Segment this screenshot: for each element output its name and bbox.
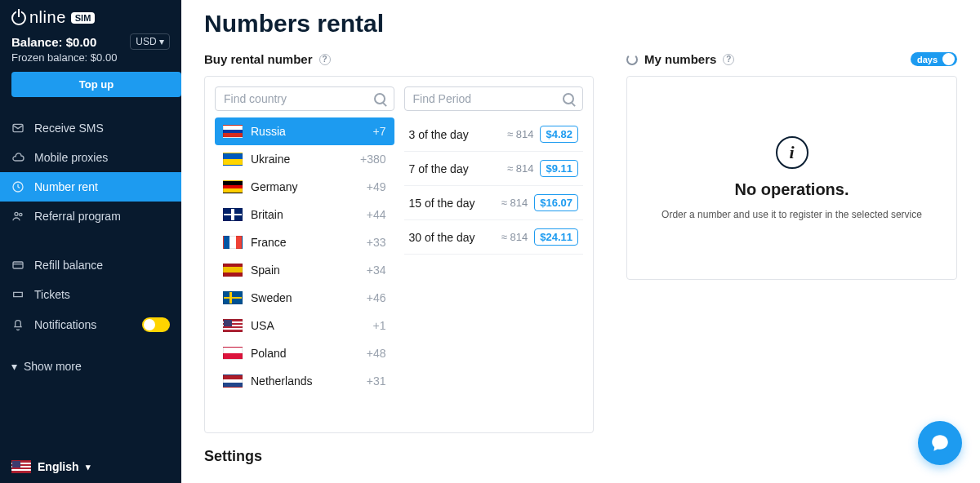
country-list[interactable]: Russia+7Ukraine+380Germany+49Britain+44F… [215, 117, 394, 423]
buy-panel: Russia+7Ukraine+380Germany+49Britain+44F… [204, 76, 594, 433]
period-label: 3 of the day [409, 128, 469, 141]
country-item-britain[interactable]: Britain+44 [215, 201, 394, 228]
country-item-spain[interactable]: Spain+34 [215, 256, 394, 284]
flag-icon [223, 264, 243, 277]
my-numbers-panel: i No operations. Order a number and use … [626, 76, 957, 280]
topup-button[interactable]: Top up [11, 72, 181, 97]
nav-item-mobile-proxies[interactable]: Mobile proxies [0, 143, 181, 172]
period-item[interactable]: 30 of the day≈ 814$24.11 [404, 220, 584, 255]
period-label: 15 of the day [409, 197, 475, 210]
period-label: 30 of the day [409, 231, 475, 244]
country-item-netherlands[interactable]: Netherlands+31 [215, 367, 394, 395]
country-code: +7 [373, 125, 386, 138]
flag-icon [223, 153, 243, 166]
bell-icon [11, 318, 24, 331]
country-item-poland[interactable]: Poland+48 [215, 339, 394, 367]
country-name: USA [251, 319, 274, 332]
chat-button[interactable] [918, 421, 962, 465]
country-name: Spain [251, 264, 280, 277]
country-item-france[interactable]: France+33 [215, 228, 394, 256]
info-icon: i [776, 136, 808, 169]
chevron-down-icon: ▾ [11, 360, 17, 373]
period-item[interactable]: 3 of the day≈ 814$4.82 [404, 117, 584, 152]
toggle-knob [942, 53, 955, 65]
page-title: Numbers rental [204, 10, 957, 38]
period-item[interactable]: 7 of the day≈ 814$9.11 [404, 152, 584, 186]
country-item-sweden[interactable]: Sweden+46 [215, 284, 394, 312]
empty-subtitle: Order a number and use it to register in… [662, 209, 922, 220]
country-code: +48 [367, 347, 386, 360]
period-item[interactable]: 15 of the day≈ 814$16.07 [404, 186, 584, 220]
country-name: Britain [251, 208, 283, 221]
currency-select[interactable]: USD ▾ [130, 33, 170, 50]
period-search[interactable] [404, 86, 584, 111]
nav-item-label: Number rent [34, 180, 98, 193]
logo[interactable]: nline SIM [0, 0, 181, 33]
country-code: +34 [367, 264, 386, 277]
empty-title: No operations. [734, 180, 849, 199]
flag-icon [223, 180, 243, 193]
nav-secondary: Refill balanceTicketsNotifications [0, 250, 181, 340]
days-toggle[interactable]: days [911, 52, 957, 66]
country-code: +46 [367, 291, 386, 304]
nav-item-number-rent[interactable]: Number rent [0, 172, 181, 202]
country-code: +49 [367, 180, 386, 193]
flag-icon [223, 319, 243, 332]
country-item-germany[interactable]: Germany+49 [215, 173, 394, 201]
settings-heading: Settings [204, 448, 594, 465]
flag-icon [223, 236, 243, 249]
nav-item-label: Refill balance [34, 259, 103, 272]
period-search-input[interactable] [413, 92, 564, 105]
nav-item-referral-program[interactable]: Referral program [0, 202, 181, 231]
logo-text: nline [29, 8, 66, 27]
flag-icon [223, 374, 243, 388]
language-select[interactable]: English ▾ [0, 450, 181, 483]
country-search[interactable] [215, 86, 394, 111]
mail-icon [11, 122, 24, 135]
notifications-toggle[interactable] [142, 317, 170, 332]
country-item-russia[interactable]: Russia+7 [215, 117, 394, 145]
my-numbers-header: My numbers ? days [626, 52, 957, 66]
clock-icon [11, 180, 24, 193]
period-approx: ≈ 814 [501, 231, 528, 243]
country-name: Netherlands [251, 374, 313, 388]
nav-item-label: Tickets [34, 288, 70, 301]
country-item-ukraine[interactable]: Ukraine+380 [215, 145, 394, 173]
card-icon [11, 259, 24, 272]
nav-item-notifications[interactable]: Notifications [0, 309, 181, 340]
svg-point-3 [20, 213, 22, 215]
country-name: France [251, 236, 287, 249]
flag-icon [11, 460, 31, 473]
sidebar: nline SIM Balance: $0.00 USD ▾ Frozen ba… [0, 0, 181, 483]
nav-main: Receive SMSMobile proxiesNumber rentRefe… [0, 113, 181, 231]
svg-rect-4 [13, 262, 23, 268]
nav-item-receive-sms[interactable]: Receive SMS [0, 113, 181, 143]
period-list: 3 of the day≈ 814$4.827 of the day≈ 814$… [404, 117, 584, 255]
nav-item-label: Receive SMS [34, 122, 104, 135]
help-icon[interactable]: ? [319, 54, 331, 65]
period-price: $24.11 [534, 228, 578, 246]
country-item-usa[interactable]: USA+1 [215, 312, 394, 339]
nav-item-refill-balance[interactable]: Refill balance [0, 250, 181, 280]
country-code: +380 [360, 153, 386, 166]
country-name: Poland [251, 347, 287, 360]
help-icon[interactable]: ? [723, 54, 734, 65]
search-icon [563, 93, 574, 104]
svg-point-2 [15, 212, 18, 215]
show-more[interactable]: ▾ Show more [0, 350, 181, 383]
period-approx: ≈ 814 [507, 162, 533, 175]
nav-item-tickets[interactable]: Tickets [0, 280, 181, 309]
nav-item-label: Notifications [34, 318, 96, 331]
frozen-balance: Frozen balance: $0.00 [0, 50, 181, 72]
buy-section-header: Buy rental number ? [204, 52, 594, 66]
flag-icon [223, 208, 243, 221]
country-name: Russia [251, 125, 286, 138]
flag-icon [223, 347, 243, 360]
balance-label: Balance: $0.00 [11, 35, 96, 49]
country-search-input[interactable] [224, 92, 374, 105]
refresh-icon[interactable] [626, 54, 638, 65]
country-code: +33 [367, 236, 386, 249]
period-approx: ≈ 814 [507, 128, 533, 140]
nav-item-label: Mobile proxies [34, 151, 108, 164]
cloud-icon [11, 151, 24, 164]
